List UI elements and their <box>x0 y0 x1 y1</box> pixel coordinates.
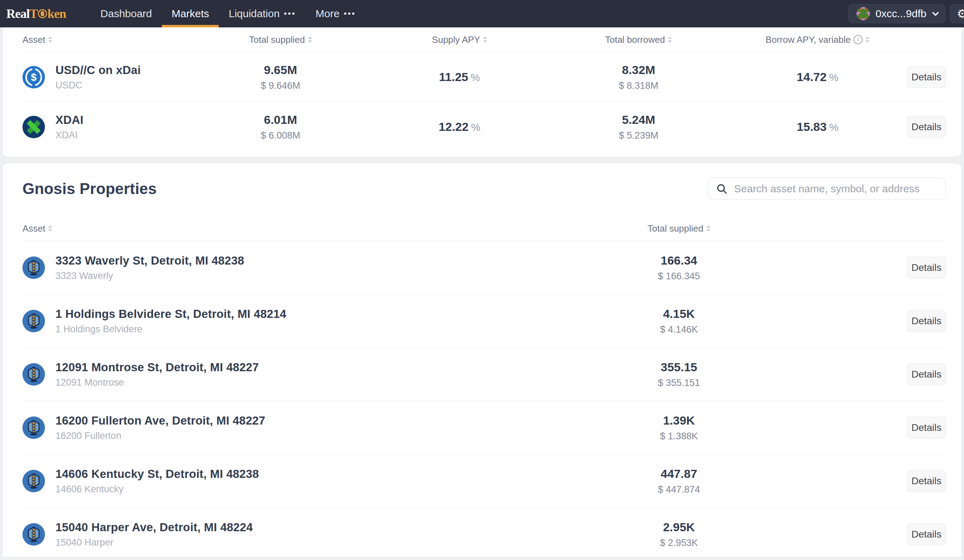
sort-icon <box>48 225 52 232</box>
realtoken-property-icon <box>23 470 45 492</box>
total-borrowed-value: 8.32M <box>549 63 728 77</box>
gear-icon: ⚙ <box>957 6 964 21</box>
sort-icon <box>48 36 52 43</box>
details-button[interactable]: Details <box>907 470 946 492</box>
total-supplied-usd: $ 4.146K <box>503 324 855 335</box>
details-button[interactable]: Details <box>907 66 946 88</box>
total-supplied-value: 447.87 <box>503 467 855 481</box>
search-input[interactable] <box>734 183 938 195</box>
logo-text-real: Real <box>7 6 29 21</box>
property-row[interactable]: 15040 Harper Ave, Detroit, MI 48224 1504… <box>23 507 946 557</box>
properties-table-header: Asset Total supplied <box>23 216 946 241</box>
markets-table-card: Asset Total supplied Supply APY Total bo… <box>3 28 961 156</box>
column-header-borrow-apy[interactable]: Borrow APY, variable <box>728 34 907 45</box>
nav-menu: DashboardMarketsLiquidation•••More••• <box>91 0 365 28</box>
total-supplied-usd: $ 1.388K <box>503 431 855 442</box>
details-button[interactable]: Details <box>907 116 946 138</box>
column-header-supply-apy[interactable]: Supply APY <box>370 34 549 45</box>
market-row[interactable]: $ USD//C on xDai USDC 9.65M $ 9.646M 11.… <box>23 52 946 102</box>
markets-table-header: Asset Total supplied Supply APY Total bo… <box>23 28 946 52</box>
total-borrowed-value: 5.24M <box>549 113 728 127</box>
property-name: 1 Holdings Belvidere St, Detroit, MI 482… <box>55 307 287 321</box>
sort-icon <box>706 225 710 232</box>
column-header-asset[interactable]: Asset <box>23 34 191 45</box>
asset-name: USD//C on xDai <box>55 63 141 77</box>
gnosis-properties-card: Gnosis Properties Asset Total supplied 3… <box>3 164 961 557</box>
total-supplied-value: 1.39K <box>503 414 855 427</box>
property-row[interactable]: 3323 Waverly St, Detroit, MI 48238 3323 … <box>23 241 946 294</box>
property-name: 12091 Montrose St, Detroit, MI 48227 <box>55 361 259 374</box>
usdc-token-icon: $ <box>23 66 45 88</box>
total-supplied-value: 6.01M <box>191 113 370 127</box>
total-supplied-usd: $ 6.008M <box>191 130 370 141</box>
wallet-button[interactable]: 0xcc...9dfb <box>848 4 945 23</box>
logo-text-ken: ken <box>47 6 66 21</box>
column-header-total-supplied[interactable]: Total supplied <box>503 223 855 234</box>
section-title: Gnosis Properties <box>23 180 156 198</box>
borrow-apy-value: 15.83 <box>797 120 827 133</box>
realtoken-logo[interactable]: RealTken <box>7 0 66 28</box>
property-symbol: 14606 Kentucky <box>55 484 259 495</box>
search-icon <box>716 183 728 195</box>
nav-item-dashboard[interactable]: Dashboard <box>91 0 162 28</box>
supply-apy-value: 11.25 <box>439 70 468 83</box>
realtoken-property-icon <box>23 310 45 332</box>
details-button[interactable]: Details <box>907 417 946 438</box>
property-row[interactable]: 14606 Kentucky St, Detroit, MI 48238 146… <box>23 454 946 507</box>
top-navbar: RealTken DashboardMarketsLiquidation•••M… <box>0 0 964 28</box>
property-name: 15040 Harper Ave, Detroit, MI 48224 <box>55 521 253 534</box>
percent-sign: % <box>829 122 839 133</box>
sort-icon <box>483 36 487 43</box>
total-supplied-usd: $ 9.646M <box>191 80 370 91</box>
property-row[interactable]: 16200 Fullerton Ave, Detroit, MI 48227 1… <box>23 401 946 454</box>
asset-symbol: USDC <box>55 80 141 91</box>
total-borrowed-usd: $ 8.318M <box>549 80 728 91</box>
logo-text-t: T <box>29 6 37 21</box>
column-header-total-supplied[interactable]: Total supplied <box>191 34 370 45</box>
details-button[interactable]: Details <box>907 310 946 332</box>
asset-name: XDAI <box>55 113 83 127</box>
details-button[interactable]: Details <box>907 364 946 385</box>
more-dots-icon: ••• <box>344 9 356 19</box>
total-supplied-usd: $ 166.345 <box>503 271 855 282</box>
nav-item-liquidation[interactable]: Liquidation••• <box>219 0 305 28</box>
sort-icon <box>865 36 870 43</box>
details-button[interactable]: Details <box>907 257 946 279</box>
property-symbol: 1 Holdings Belvidere <box>55 324 287 335</box>
market-row[interactable]: XDAI XDAI 6.01M $ 6.008M 12.22% 5.24M $ … <box>23 102 946 152</box>
realtoken-property-icon <box>23 523 45 545</box>
property-symbol: 12091 Montrose <box>55 377 259 388</box>
property-row[interactable]: 12091 Montrose St, Detroit, MI 48227 120… <box>23 347 946 401</box>
sort-icon <box>668 36 672 43</box>
asset-symbol: XDAI <box>55 130 83 141</box>
column-header-total-borrowed[interactable]: Total borrowed <box>549 34 728 45</box>
info-icon[interactable] <box>853 35 863 44</box>
blockies-avatar <box>857 7 870 20</box>
more-dots-icon: ••• <box>284 9 296 19</box>
total-supplied-value: 166.34 <box>503 254 855 267</box>
percent-sign: % <box>471 71 480 83</box>
chevron-down-icon <box>932 9 939 16</box>
total-supplied-usd: $ 447.874 <box>503 484 855 495</box>
svg-text:$: $ <box>31 71 36 83</box>
property-symbol: 16200 Fullerton <box>55 430 265 442</box>
property-row[interactable]: 1 Holdings Belvidere St, Detroit, MI 482… <box>23 294 946 347</box>
property-symbol: 3323 Waverly <box>55 271 244 281</box>
property-symbol: 15040 Harper <box>55 537 253 548</box>
realtoken-property-icon <box>23 256 45 279</box>
total-supplied-usd: $ 355.151 <box>503 378 855 388</box>
total-supplied-value: 4.15K <box>503 307 855 321</box>
details-button[interactable]: Details <box>907 524 946 545</box>
nav-right: 0xcc...9dfb ⚙ <box>848 0 964 28</box>
xdai-token-icon <box>23 116 45 138</box>
total-supplied-usd: $ 2.953K <box>503 537 855 549</box>
nav-item-markets[interactable]: Markets <box>162 0 219 28</box>
settings-button[interactable]: ⚙ <box>950 4 964 23</box>
supply-apy-value: 12.22 <box>439 120 469 133</box>
nav-item-more[interactable]: More••• <box>306 0 366 28</box>
total-supplied-value: 355.15 <box>503 360 855 374</box>
total-supplied-value: 9.65M <box>191 63 370 77</box>
property-name: 14606 Kentucky St, Detroit, MI 48238 <box>55 467 259 481</box>
search-box[interactable] <box>708 177 946 200</box>
column-header-asset[interactable]: Asset <box>23 223 503 234</box>
